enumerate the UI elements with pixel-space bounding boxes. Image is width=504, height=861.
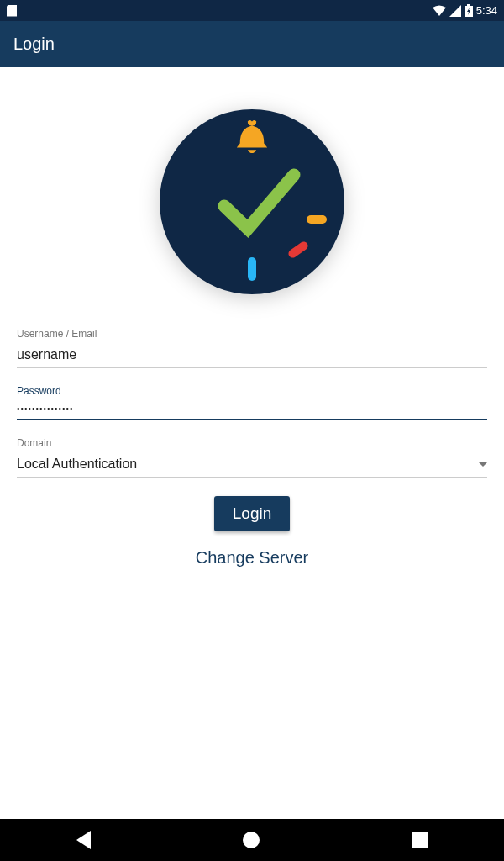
- sd-card-icon: [7, 5, 17, 17]
- android-nav-bar: [0, 819, 504, 861]
- svg-rect-5: [248, 257, 256, 281]
- change-server-link[interactable]: Change Server: [17, 548, 487, 568]
- password-input[interactable]: [17, 399, 487, 420]
- signal-icon: [449, 5, 461, 17]
- nav-back-icon[interactable]: [76, 831, 91, 849]
- domain-label: Domain: [17, 437, 487, 449]
- domain-selected-value: Local Authentication: [17, 457, 137, 472]
- username-label: Username / Email: [17, 328, 487, 340]
- page-title: Login: [13, 34, 55, 54]
- app-logo-clock-icon: [160, 109, 344, 294]
- username-field-group: Username / Email: [17, 328, 487, 368]
- svg-rect-3: [307, 215, 327, 224]
- password-field-group: Password: [17, 385, 487, 420]
- username-input[interactable]: [17, 342, 487, 368]
- wifi-icon: [433, 5, 446, 17]
- app-bar: Login: [0, 21, 504, 67]
- password-label: Password: [17, 385, 487, 397]
- android-status-bar: 5:34: [0, 0, 504, 21]
- battery-charging-icon: [465, 4, 473, 17]
- status-time: 5:34: [476, 4, 497, 17]
- domain-field-group: Domain Local Authentication: [17, 437, 487, 478]
- chevron-down-icon: [479, 462, 487, 467]
- nav-recent-icon[interactable]: [412, 832, 428, 848]
- logo-container: [17, 67, 487, 328]
- svg-rect-1: [467, 4, 470, 6]
- login-button[interactable]: Login: [214, 496, 291, 531]
- nav-home-icon[interactable]: [243, 832, 260, 848]
- domain-select[interactable]: Local Authentication: [17, 452, 487, 478]
